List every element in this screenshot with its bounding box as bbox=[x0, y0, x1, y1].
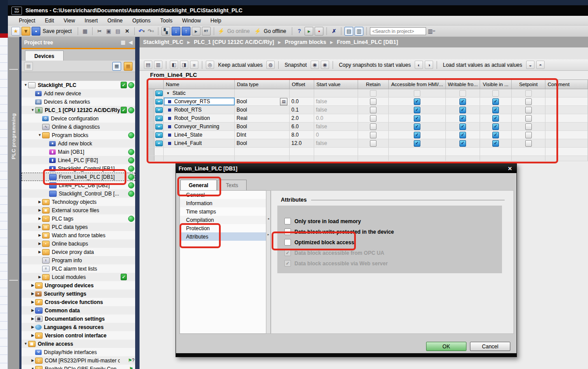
visible-checkbox[interactable]: ✓ bbox=[492, 107, 499, 113]
tree-item-plc1[interactable]: ▼▮PLC_1 [CPU 1212C AC/DC/Rly]✓ bbox=[22, 106, 135, 114]
col-writable[interactable]: Writable fro... bbox=[446, 80, 480, 89]
offset-cell[interactable]: 8.0 bbox=[290, 131, 314, 139]
accessible-checkbox[interactable]: ✓ bbox=[414, 115, 420, 122]
accessible-checkbox[interactable]: ✓ bbox=[414, 107, 420, 113]
start-value-cell[interactable]: false bbox=[314, 106, 358, 114]
option-only-store[interactable]: Only store in load memory bbox=[284, 218, 361, 224]
menu-help[interactable]: Help bbox=[206, 17, 226, 25]
setpoint-checkbox[interactable] bbox=[525, 140, 532, 147]
visible-checkbox[interactable]: ✓ bbox=[492, 123, 499, 130]
retain-checkbox[interactable] bbox=[370, 140, 376, 147]
tree-item-version-control-interface[interactable]: ▶▴Version control interface bbox=[22, 331, 135, 340]
expand-right-icon[interactable]: ▶ bbox=[30, 300, 35, 304]
col-name[interactable]: Name bbox=[164, 80, 235, 89]
snapshot-down-icon[interactable]: ◉ bbox=[321, 61, 329, 69]
comment-cell[interactable] bbox=[545, 123, 588, 130]
tree-item-online-diagnostics[interactable]: ∿Online & diagnostics bbox=[22, 123, 135, 131]
writable-checkbox[interactable]: ✓ bbox=[459, 123, 466, 130]
expand-right-icon[interactable]: ▶ bbox=[37, 217, 42, 221]
start-simulation-icon[interactable]: ▸ bbox=[305, 27, 313, 36]
expand-right-icon[interactable]: ▶ bbox=[30, 333, 35, 337]
cross-references-icon[interactable]: ✗ bbox=[330, 27, 338, 35]
type-picker-button[interactable]: ▤ bbox=[280, 98, 287, 105]
load-start-values-button[interactable]: Load start values as actual values bbox=[443, 62, 522, 68]
copy-snapshots-button[interactable]: Copy snapshots to start values bbox=[339, 62, 411, 68]
upload-from-device-icon[interactable]: ↑ bbox=[182, 27, 190, 36]
add-table-icon[interactable]: ▦ bbox=[24, 62, 33, 71]
compile-icon[interactable]: ▚ bbox=[161, 27, 170, 36]
tree-item-plc-data-types[interactable]: ▶▤PLC data types bbox=[22, 223, 135, 231]
tree-item-devices-networks[interactable]: 品Devices & networks bbox=[22, 98, 135, 106]
menu-options[interactable]: Options bbox=[128, 17, 155, 25]
offset-cell[interactable]: 12.0 bbox=[290, 139, 314, 147]
option-optimized-block-access[interactable]: Optimized block access bbox=[284, 239, 354, 246]
collapse-panel-icon[interactable]: ◀ bbox=[129, 40, 133, 45]
table-row-empty[interactable] bbox=[147, 156, 588, 161]
tree-item-project[interactable]: ▼Stacklight_PLC✓ bbox=[22, 81, 135, 89]
copy-snap-icon[interactable]: ◐ bbox=[415, 61, 423, 69]
accessible-devices-icon[interactable]: ? bbox=[295, 27, 303, 35]
menu-tools[interactable]: Tools bbox=[155, 17, 177, 25]
expand-right-icon[interactable]: ▶ bbox=[37, 275, 42, 279]
writable-checkbox[interactable]: ✓ bbox=[459, 115, 466, 122]
visible-checkbox[interactable]: ✓ bbox=[492, 98, 499, 105]
tab-general[interactable]: General bbox=[180, 180, 217, 191]
close-icon[interactable]: ✕ bbox=[506, 166, 514, 172]
retain-checkbox[interactable] bbox=[370, 115, 376, 122]
tree-item-line4-plc-fb2[interactable]: ▮Line4_PLC [FB2] bbox=[22, 156, 135, 164]
columns-icon[interactable]: ▥ bbox=[121, 40, 125, 45]
tree-item-security-settings[interactable]: ▶●Security settings bbox=[22, 289, 135, 298]
nav-information[interactable]: Information bbox=[180, 199, 266, 207]
split-vertical-icon[interactable]: ▥ bbox=[355, 27, 363, 36]
setpoint-checkbox[interactable] bbox=[525, 107, 532, 113]
retain-checkbox[interactable] bbox=[370, 132, 376, 138]
go-online-button[interactable]: Go online bbox=[227, 28, 250, 34]
checkbox-unchecked[interactable] bbox=[284, 228, 291, 235]
expand-right-icon[interactable]: ▶ bbox=[37, 208, 42, 212]
table-row-variable[interactable]: ◂▪ Line4_Fault Bool 12.0 false ✓ ✓ ✓ bbox=[147, 139, 588, 148]
accessible-checkbox[interactable]: ✓ bbox=[414, 140, 420, 147]
tab-texts[interactable]: Texts bbox=[218, 180, 247, 191]
menu-project[interactable]: Project bbox=[14, 17, 40, 25]
panel-divider[interactable] bbox=[135, 37, 140, 369]
print-icon[interactable]: ▦ bbox=[81, 27, 89, 35]
tree-item-program-blocks[interactable]: ▼Program blocks bbox=[22, 131, 135, 139]
search-project-icon[interactable]: ▥∞ bbox=[427, 27, 435, 35]
nav-protection[interactable]: Protection bbox=[180, 224, 266, 232]
save-project-button[interactable]: Save project bbox=[43, 28, 72, 34]
undo-icon[interactable]: ↶± bbox=[138, 27, 146, 35]
breadcrumb-program-blocks[interactable]: Program blocks bbox=[285, 39, 326, 45]
comment-cell[interactable] bbox=[545, 139, 588, 147]
dialog-title-bar[interactable]: From_Line4_PLC [DB1] ✕ bbox=[176, 164, 516, 173]
col-start-value[interactable]: Start value bbox=[314, 80, 358, 89]
expand-down-icon[interactable]: ▼ bbox=[30, 367, 35, 369]
menu-insert[interactable]: Insert bbox=[80, 17, 103, 25]
group-expand-icon[interactable]: ▼ bbox=[166, 91, 170, 95]
col-comment[interactable]: Comment bbox=[545, 80, 588, 89]
nav-compilation[interactable]: Compilation bbox=[180, 216, 266, 224]
table-row-variable[interactable]: ◂▪ Conveyor_RTS Bool▤ 0.0 false ✓ ✓ ✓ bbox=[147, 98, 588, 106]
download-to-device-icon[interactable]: ↓ bbox=[172, 27, 180, 36]
expand-right-icon[interactable]: ▶ bbox=[30, 308, 35, 312]
col-offset[interactable]: Offset bbox=[290, 80, 314, 89]
tree-item-languages-resources[interactable]: ▶Languages & resources bbox=[22, 323, 135, 331]
tree-item-plc-tags[interactable]: ▶⌁PLC tags bbox=[22, 214, 135, 223]
tree-item-from-line4-plc-db1[interactable]: From_Line4_PLC [DB1] bbox=[22, 173, 135, 181]
comment-cell[interactable] bbox=[545, 131, 588, 139]
visible-checkbox[interactable]: ✓ bbox=[492, 140, 499, 147]
offset-cell[interactable]: 0.0 bbox=[290, 98, 314, 105]
snapshot-up-icon[interactable]: ◉ bbox=[311, 61, 319, 69]
offset-cell[interactable]: 2.0 bbox=[290, 114, 314, 122]
option-write-protected[interactable]: Data block write-protected in the device bbox=[284, 228, 394, 235]
writable-checkbox[interactable]: ✓ bbox=[459, 132, 466, 138]
menu-edit[interactable]: Edit bbox=[40, 17, 59, 25]
tree-item-display-hide-interfaces[interactable]: ⚒Display/hide interfaces bbox=[22, 348, 135, 356]
menu-online[interactable]: Online bbox=[103, 17, 128, 25]
expand-right-icon[interactable]: ▶ bbox=[30, 358, 35, 362]
tree-item-com-interface[interactable]: ▶▯COM [RS232/PPI multi-master c...⚑? bbox=[22, 356, 135, 365]
menu-window[interactable]: Window bbox=[177, 17, 206, 25]
tree-item-add-device[interactable]: ★Add new device bbox=[22, 89, 135, 98]
visible-checkbox[interactable]: ✓ bbox=[492, 115, 499, 122]
add-row-icon[interactable]: ▥ bbox=[154, 61, 162, 69]
expand-down-icon[interactable]: ▼ bbox=[37, 133, 42, 137]
